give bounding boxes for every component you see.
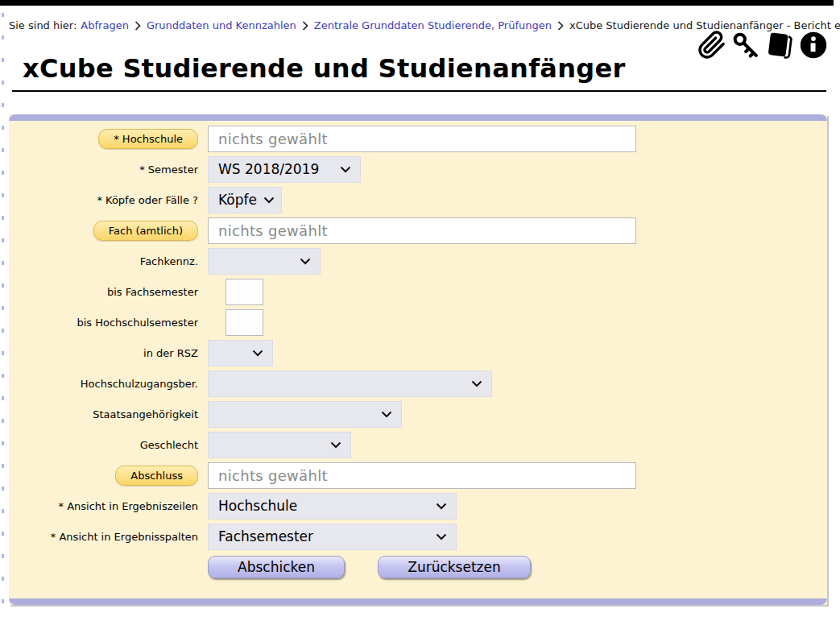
form-body: * Hochschule * Semester WS 2018/2019 <box>9 121 827 598</box>
form-row-fachkennz: Fachkennz. <box>9 248 827 275</box>
form-bottom-accent-strip <box>9 598 827 605</box>
form-row-bis-hochschulsemester: bis Hochschulsemester <box>9 309 827 336</box>
fach-input[interactable] <box>208 217 636 244</box>
chevron-down-icon <box>381 411 392 418</box>
hochschule-input[interactable] <box>208 126 636 152</box>
form-row-hochschule: * Hochschule <box>9 126 827 152</box>
staatsangehoerigkeit-select[interactable] <box>208 401 402 428</box>
info-icon[interactable] <box>799 31 828 60</box>
ergebniszeilen-label: * Ansicht in Ergebniszeilen <box>9 500 198 512</box>
chevron-down-icon <box>263 197 275 204</box>
breadcrumb-link-zentrale-grunddaten[interactable]: Zentrale Grunddaten Studierende, Prüfung… <box>314 19 552 31</box>
geschlecht-label: Geschlecht <box>9 439 198 451</box>
hochschule-picker-button[interactable]: * Hochschule <box>98 129 198 149</box>
bis-fachsemester-label: bis Fachsemester <box>9 286 198 298</box>
book-icon[interactable] <box>765 31 794 60</box>
breadcrumb-link-grunddaten[interactable]: Grunddaten und Kennzahlen <box>147 19 296 31</box>
koepfe-faelle-select[interactable]: Köpfe <box>208 187 282 213</box>
chevron-right-icon <box>134 21 141 31</box>
breadcrumb-current: xCube Studierende und Studienanfänger - … <box>569 19 840 31</box>
form-row-semester: * Semester WS 2018/2019 <box>9 156 827 183</box>
submit-button[interactable]: Abschicken <box>208 556 345 578</box>
chevron-down-icon <box>300 258 311 265</box>
hochschulzugangsber-label: Hochschulzugangsber. <box>9 378 198 390</box>
page-title: xCube Studierende und Studienanfänger <box>23 56 826 83</box>
form-row-ergebniszeilen: * Ansicht in Ergebniszeilen Hochschule <box>9 493 827 520</box>
form-row-hochschulzugangsber: Hochschulzugangsber. <box>9 371 827 397</box>
title-underline-rule: xCube Studierende und Studienanfänger <box>12 56 826 92</box>
chevron-right-icon <box>557 21 564 31</box>
key-icon[interactable] <box>731 31 760 60</box>
form-top-accent-strip <box>9 114 827 121</box>
form-row-ergebnisspalten: * Ansicht in Ergebnisspalten Fachsemeste… <box>9 524 827 550</box>
rsz-select[interactable] <box>208 340 273 366</box>
bis-hochschulsemester-label: bis Hochschulsemester <box>9 317 198 329</box>
staatsangehoerigkeit-label: Staatsangehörigkeit <box>9 408 198 420</box>
semester-select[interactable]: WS 2018/2019 <box>208 156 361 183</box>
form-row-fach: Fach (amtlich) <box>9 217 827 244</box>
chevron-down-icon <box>340 166 351 173</box>
chevron-down-icon <box>436 533 447 540</box>
form-row-geschlecht: Geschlecht <box>9 432 827 458</box>
geschlecht-select[interactable] <box>208 432 351 458</box>
breadcrumb-link-abfragen[interactable]: Abfragen <box>81 19 129 31</box>
form-row-bis-fachsemester: bis Fachsemester <box>9 279 827 305</box>
abschluss-picker-button[interactable]: Abschluss <box>115 466 198 486</box>
form-row-koepfe-faelle: * Köpfe oder Fälle ? Köpfe <box>9 187 827 213</box>
fachkennz-label: Fachkennz. <box>9 255 198 267</box>
reset-button[interactable]: Zurücksetzen <box>378 556 531 578</box>
toolbar <box>697 31 828 60</box>
bis-fachsemester-input[interactable] <box>226 279 263 305</box>
chevron-down-icon <box>252 350 263 357</box>
form-row-actions: Abschicken Zurücksetzen <box>9 554 827 581</box>
chevron-down-icon <box>436 503 447 510</box>
breadcrumb-prefix: Sie sind hier: <box>9 19 77 31</box>
form-row-rsz: in der RSZ <box>9 340 827 366</box>
paperclip-icon[interactable] <box>697 31 726 60</box>
ergebnisspalten-label: * Ansicht in Ergebnisspalten <box>9 531 198 543</box>
fachkennz-select[interactable] <box>208 248 321 275</box>
semester-label: * Semester <box>9 164 198 176</box>
breadcrumb: Sie sind hier: Abfragen Grunddaten und K… <box>9 19 840 31</box>
abschluss-input[interactable] <box>208 462 636 489</box>
top-black-bar <box>0 0 834 6</box>
page-content: Sie sind hier: Abfragen Grunddaten und K… <box>0 6 840 605</box>
chevron-down-icon <box>330 441 341 449</box>
koepfe-faelle-label: * Köpfe oder Fälle ? <box>9 194 198 206</box>
fach-picker-button[interactable]: Fach (amtlich) <box>93 221 198 241</box>
ergebnisspalten-select[interactable]: Fachsemester <box>208 524 457 550</box>
hochschulzugangsber-select[interactable] <box>208 371 492 397</box>
ergebniszeilen-select[interactable]: Hochschule <box>208 493 457 520</box>
rsz-label: in der RSZ <box>9 347 198 359</box>
form-row-staatsangehoerigkeit: Staatsangehörigkeit <box>9 401 827 428</box>
chevron-right-icon <box>302 21 308 31</box>
bis-hochschulsemester-input[interactable] <box>226 309 263 336</box>
form-row-abschluss: Abschluss <box>9 462 827 489</box>
chevron-down-icon <box>471 380 482 387</box>
report-form: * Hochschule * Semester WS 2018/2019 <box>9 114 827 605</box>
